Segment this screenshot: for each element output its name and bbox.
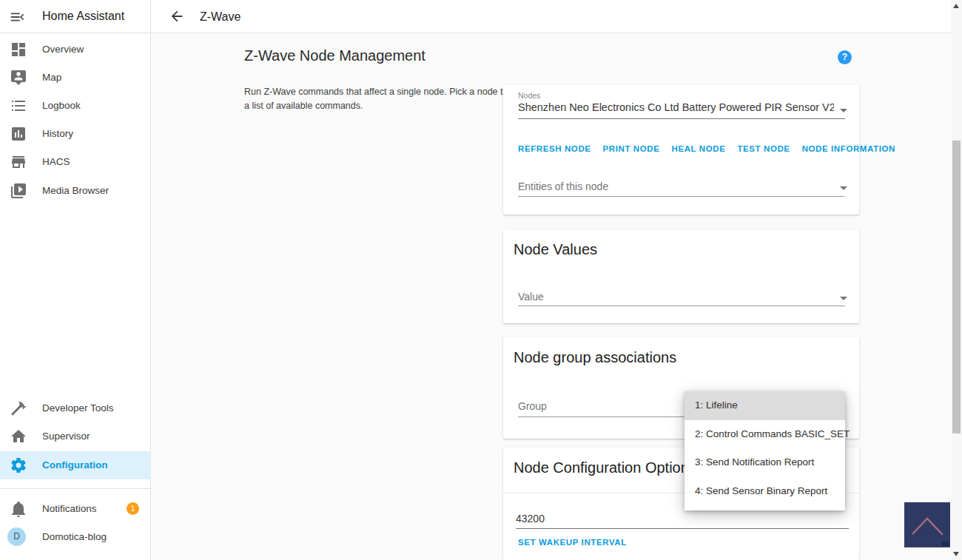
nodes-select-underline [518, 118, 845, 119]
sidebar-item-label: Map [42, 72, 61, 83]
page-title: Z-Wave Node Management [244, 47, 426, 64]
sidebar-item-history[interactable]: History [0, 120, 151, 148]
sidebar-item-map[interactable]: Map [0, 64, 151, 92]
sidebar-item-label: Logbook [42, 100, 81, 111]
map-icon [10, 69, 27, 87]
scroll-up-arrow[interactable] [953, 4, 959, 8]
sidebar-item-developer-tools[interactable]: Developer Tools [0, 394, 151, 422]
value-select-underline [518, 306, 845, 306]
menu-item-lifeline[interactable]: 1: Lifeline [684, 391, 845, 420]
page-description: Run Z-Wave commands that affect a single… [244, 85, 529, 113]
bell-icon [10, 500, 27, 518]
sidebar-item-label: Developer Tools [42, 402, 114, 414]
group-dropdown-menu: 1: Lifeline 2: Control Commands BASIC_SE… [684, 391, 845, 510]
sidebar-item-media-browser[interactable]: Media Browser [0, 177, 151, 205]
topbar-title: Z-Wave [200, 10, 240, 24]
store-icon [10, 153, 27, 171]
app-title: Home Assistant [42, 10, 124, 23]
sidebar-item-label: Configuration [42, 459, 107, 470]
notifications-label: Notifications [42, 503, 97, 514]
back-arrow-icon[interactable] [169, 8, 185, 24]
chevron-down-icon[interactable] [840, 297, 847, 300]
nodes-select-label: Nodes [518, 91, 540, 100]
avatar[interactable]: D [7, 527, 26, 546]
sidebar-item-logbook[interactable]: Logbook [0, 92, 151, 120]
sidebar-item-configuration[interactable]: Configuration [0, 451, 151, 479]
heal-node-button[interactable]: HEAL NODE [672, 144, 726, 153]
wakeup-interval-input[interactable] [516, 513, 834, 524]
profile-label: Domotica-blog [42, 531, 107, 542]
value-select[interactable]: Value [518, 291, 544, 303]
sidebar-item-label: Overview [42, 44, 84, 55]
sidebar-item-label: Media Browser [42, 185, 109, 196]
scrollbar[interactable] [951, 0, 962, 560]
wakeup-input-underline [516, 528, 849, 529]
corner-logo-box [904, 502, 950, 547]
menu-item-sensor-binary-report[interactable]: 4: Send Sensor Binary Report [684, 477, 845, 506]
home-icon [10, 428, 27, 445]
notification-badge: 1 [127, 502, 139, 515]
topbar: Z-Wave [151, 0, 951, 33]
refresh-node-button[interactable]: REFRESH NODE [518, 144, 591, 153]
sidebar-item-label: HACS [42, 156, 70, 167]
sidebar-item-label: History [42, 128, 73, 139]
group-associations-title: Node group associations [514, 349, 676, 366]
scroll-down-arrow[interactable] [953, 552, 959, 556]
nodes-select-value[interactable]: Shenzhen Neo Electronics Co Ltd Battery … [518, 101, 834, 113]
chevron-down-icon[interactable] [840, 186, 847, 190]
set-wakeup-interval-button[interactable]: SET WAKEUP INTERVAL [518, 538, 627, 547]
node-values-card: Node Values Value [503, 229, 859, 323]
sidebar-item-supervisor[interactable]: Supervisor [0, 422, 151, 451]
node-information-button[interactable]: NODE INFORMATION [802, 144, 895, 153]
node-actions: REFRESH NODE PRINT NODE HEAL NODE TEST N… [518, 144, 895, 153]
sidebar-item-label: Supervisor [42, 431, 90, 442]
chart-icon [10, 125, 27, 143]
sidebar-item-overview[interactable]: Overview [0, 36, 151, 64]
hammer-icon [10, 399, 27, 417]
gear-icon [10, 456, 27, 474]
entities-select[interactable]: Entities of this node [518, 181, 608, 192]
config-options-title: Node Configuration Options [514, 459, 696, 476]
entities-select-underline [518, 196, 845, 197]
dashboard-icon [10, 41, 27, 58]
nodes-card: Nodes Shenzhen Neo Electronics Co Ltd Ba… [503, 85, 859, 215]
sidebar-divider [0, 488, 151, 489]
play-box-icon [10, 182, 27, 200]
main-content: Z-Wave Node Management ? Run Z-Wave comm… [151, 33, 951, 560]
sidebar: Home Assistant Overview Map Logbook Hist… [0, 0, 151, 560]
group-select[interactable]: Group [518, 400, 547, 412]
scrollbar-thumb[interactable] [952, 141, 961, 434]
sidebar-toggle-icon[interactable] [9, 9, 25, 25]
menu-item-control-commands[interactable]: 2: Control Commands BASIC_SET [684, 420, 845, 449]
corner-notch [942, 542, 949, 546]
sidebar-item-hacs[interactable]: HACS [0, 148, 151, 176]
menu-item-notification-report[interactable]: 3: Send Notification Report [684, 448, 845, 477]
list-icon [10, 97, 27, 115]
test-node-button[interactable]: TEST NODE [737, 144, 790, 153]
print-node-button[interactable]: PRINT NODE [603, 144, 660, 153]
help-icon[interactable]: ? [838, 50, 852, 64]
chevron-down-icon[interactable] [840, 109, 847, 112]
sidebar-header: Home Assistant [0, 0, 150, 33]
chevron-up-icon [904, 502, 950, 547]
node-values-title: Node Values [514, 241, 597, 258]
